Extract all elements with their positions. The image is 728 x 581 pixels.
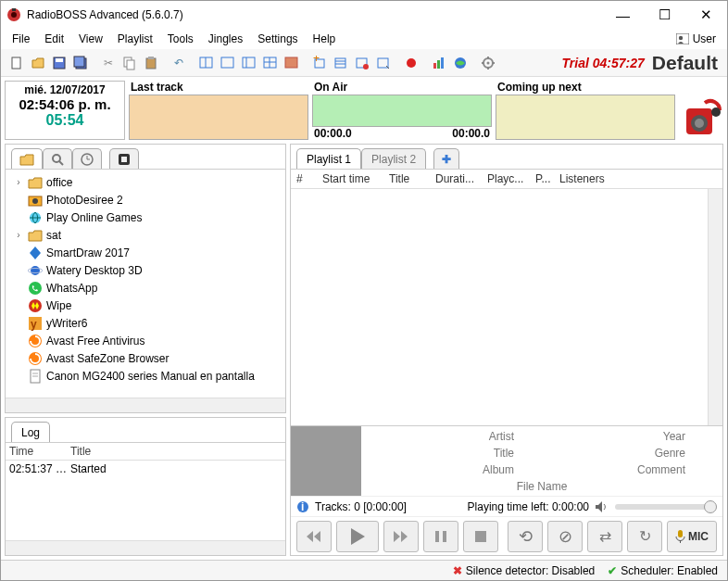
menu-file[interactable]: File bbox=[5, 31, 37, 47]
log-row[interactable]: 02:51:37 p...Started bbox=[6, 461, 285, 477]
tab-log[interactable]: Log bbox=[11, 422, 50, 442]
tab-cart[interactable] bbox=[109, 148, 139, 169]
insert2-button[interactable] bbox=[331, 53, 351, 73]
record-button[interactable] bbox=[401, 53, 421, 73]
camera-icon bbox=[28, 193, 43, 208]
menubar: FileEditViewPlaylistToolsJinglesSettings… bbox=[1, 29, 727, 49]
log-hscroll[interactable] bbox=[6, 540, 285, 555]
pause-button[interactable] bbox=[423, 521, 458, 552]
next-body[interactable] bbox=[496, 95, 675, 140]
tree-item[interactable]: WhatsApp bbox=[7, 279, 283, 297]
tree-item[interactable]: ›office bbox=[7, 173, 283, 191]
log-header-title[interactable]: Title bbox=[70, 445, 91, 458]
loop-button[interactable]: ↻ bbox=[627, 521, 662, 552]
plhead-title[interactable]: Title bbox=[389, 172, 435, 185]
menu-jingles[interactable]: Jingles bbox=[201, 31, 250, 47]
status-silence[interactable]: ✖ Silence detector: Disabled bbox=[453, 564, 595, 577]
layout3-button[interactable] bbox=[239, 53, 259, 73]
cover-art bbox=[291, 426, 361, 496]
tab-clock[interactable] bbox=[72, 148, 102, 169]
cut-button[interactable]: ✂ bbox=[98, 53, 119, 73]
prev-button[interactable] bbox=[296, 521, 332, 552]
mic-button[interactable]: MIC bbox=[667, 521, 717, 552]
tree-item[interactable]: ›sat bbox=[7, 226, 283, 244]
minimize-button[interactable]: — bbox=[602, 1, 644, 29]
tree-item[interactable]: Wipe bbox=[7, 297, 283, 314]
stop-button[interactable] bbox=[463, 521, 498, 552]
layout5-button[interactable] bbox=[282, 53, 302, 73]
repeat-button[interactable]: ⟲ bbox=[508, 521, 543, 552]
stats-button[interactable] bbox=[429, 53, 449, 73]
user-area[interactable]: User bbox=[676, 32, 723, 45]
layout2-button[interactable] bbox=[218, 53, 238, 73]
volume-icon[interactable] bbox=[595, 500, 609, 513]
tree-item[interactable]: PhotoDesiree 2 bbox=[7, 191, 283, 208]
expand-icon[interactable]: › bbox=[13, 177, 24, 187]
browser-hscroll[interactable] bbox=[6, 398, 285, 412]
save-button[interactable] bbox=[49, 53, 69, 73]
layout1-button[interactable] bbox=[196, 53, 217, 73]
play-button[interactable] bbox=[336, 521, 379, 552]
layout4-button[interactable] bbox=[260, 53, 281, 73]
tab-playlist-1[interactable]: Playlist 1 bbox=[296, 148, 361, 169]
new-button[interactable] bbox=[6, 53, 27, 73]
log-header-time[interactable]: Time bbox=[9, 445, 70, 458]
speaker-icon bbox=[679, 95, 723, 140]
playlist-tabs: Playlist 1 Playlist 2 ✚ bbox=[291, 145, 722, 169]
settings-button[interactable] bbox=[478, 53, 498, 73]
menu-view[interactable]: View bbox=[71, 31, 110, 47]
tab-search[interactable] bbox=[43, 148, 72, 169]
expand-icon[interactable]: › bbox=[13, 230, 24, 240]
plhead-start[interactable]: Start time bbox=[322, 172, 389, 185]
tree-item-label: office bbox=[46, 176, 72, 189]
plhead-duration[interactable]: Durati... bbox=[435, 172, 487, 185]
plhead-p[interactable]: P... bbox=[535, 172, 559, 185]
playlist-vscroll[interactable] bbox=[708, 189, 722, 425]
profile-label[interactable]: Default bbox=[652, 52, 718, 74]
copy-button[interactable] bbox=[119, 53, 140, 73]
menu-settings[interactable]: Settings bbox=[250, 31, 305, 47]
shuffle-button[interactable]: ⇄ bbox=[587, 521, 622, 552]
statusbar: ✖ Silence detector: Disabled ✔ Scheduler… bbox=[1, 560, 727, 580]
plhead-playcount[interactable]: Playc... bbox=[487, 172, 535, 185]
tab-folder[interactable] bbox=[11, 148, 43, 169]
next-button[interactable] bbox=[383, 521, 419, 552]
tree-item[interactable]: Canon MG2400 series Manual en pantalla bbox=[7, 367, 283, 385]
next-box: Coming up next bbox=[496, 81, 675, 140]
toolbar: ✂ ↶ + Trial 04:57:27 Default bbox=[1, 49, 727, 77]
menu-playlist[interactable]: Playlist bbox=[110, 31, 160, 47]
tree-item[interactable]: Play Online Games bbox=[7, 208, 283, 226]
on-air-body[interactable] bbox=[312, 95, 492, 127]
status-scheduler[interactable]: ✔ Scheduler: Enabled bbox=[608, 564, 718, 577]
tree-item[interactable]: Avast SafeZone Browser bbox=[7, 349, 283, 367]
insert4-button[interactable] bbox=[373, 53, 394, 73]
menu-edit[interactable]: Edit bbox=[37, 31, 71, 47]
volume-slider[interactable] bbox=[615, 504, 717, 510]
paste-button[interactable] bbox=[141, 53, 161, 73]
menu-help[interactable]: Help bbox=[306, 31, 344, 47]
tree-item[interactable]: Avast Free Antivirus bbox=[7, 332, 283, 349]
tree-item[interactable]: SmartDraw 2017 bbox=[7, 244, 283, 261]
tree-item[interactable]: yyWriter6 bbox=[7, 314, 283, 332]
undo-button[interactable]: ↶ bbox=[169, 53, 189, 73]
tab-playlist-add[interactable]: ✚ bbox=[433, 148, 459, 169]
maximize-button[interactable]: ☐ bbox=[644, 1, 685, 29]
file-tree[interactable]: ›officePhotoDesiree 2Play Online Games›s… bbox=[6, 169, 285, 398]
tab-playlist-2[interactable]: Playlist 2 bbox=[361, 148, 426, 169]
insert1-button[interactable]: + bbox=[309, 53, 330, 73]
svg-rect-52 bbox=[121, 157, 127, 162]
broadcast-button[interactable] bbox=[450, 53, 471, 73]
menu-tools[interactable]: Tools bbox=[160, 31, 201, 47]
open-button[interactable] bbox=[28, 53, 48, 73]
plhead-listeners[interactable]: Listeners bbox=[559, 172, 717, 185]
tree-item-label: Watery Desktop 3D bbox=[46, 264, 143, 277]
plhead-num[interactable]: # bbox=[296, 172, 322, 185]
close-button[interactable]: ✕ bbox=[685, 1, 727, 29]
log-body[interactable]: 02:51:37 p...Started bbox=[6, 461, 285, 540]
tree-item[interactable]: Watery Desktop 3D bbox=[7, 261, 283, 279]
last-track-body[interactable] bbox=[129, 95, 308, 140]
save-all-button[interactable] bbox=[70, 53, 91, 73]
playlist-grid[interactable] bbox=[291, 189, 708, 425]
insert3-button[interactable] bbox=[352, 53, 372, 73]
ban-button[interactable]: ⊘ bbox=[547, 521, 583, 552]
